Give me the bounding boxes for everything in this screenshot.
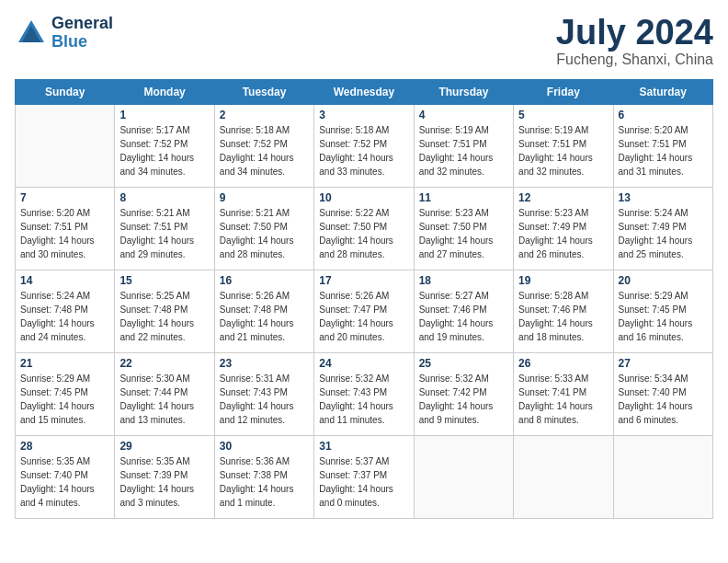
day-cell: 5Sunrise: 5:19 AM Sunset: 7:51 PM Daylig… [514,105,613,188]
day-cell: 30Sunrise: 5:36 AM Sunset: 7:38 PM Dayli… [214,436,313,519]
day-number: 27 [619,357,708,370]
day-cell: 15Sunrise: 5:25 AM Sunset: 7:48 PM Dayli… [115,270,214,353]
logo-blue-text: Blue [51,33,113,52]
day-cell: 26Sunrise: 5:33 AM Sunset: 7:41 PM Dayli… [514,353,613,436]
day-number: 18 [419,274,508,287]
day-cell: 21Sunrise: 5:29 AM Sunset: 7:45 PM Dayli… [16,353,115,436]
day-number: 12 [518,191,608,204]
day-info: Sunrise: 5:20 AM Sunset: 7:51 PM Dayligh… [619,123,708,178]
day-cell [514,436,613,519]
day-header-sunday: Sunday [16,80,115,105]
day-info: Sunrise: 5:17 AM Sunset: 7:52 PM Dayligh… [119,123,209,178]
day-number: 20 [619,274,708,287]
day-cell: 1Sunrise: 5:17 AM Sunset: 7:52 PM Daylig… [115,105,214,188]
day-cell: 27Sunrise: 5:34 AM Sunset: 7:40 PM Dayli… [613,353,712,436]
day-info: Sunrise: 5:19 AM Sunset: 7:51 PM Dayligh… [419,123,508,178]
day-info: Sunrise: 5:20 AM Sunset: 7:51 PM Dayligh… [20,206,109,261]
week-row-1: 1Sunrise: 5:17 AM Sunset: 7:52 PM Daylig… [16,105,713,188]
day-cell: 13Sunrise: 5:24 AM Sunset: 7:49 PM Dayli… [613,188,712,270]
day-number: 26 [518,357,608,370]
day-number: 15 [119,274,209,287]
day-cell: 25Sunrise: 5:32 AM Sunset: 7:42 PM Dayli… [414,353,513,436]
day-cell: 28Sunrise: 5:35 AM Sunset: 7:40 PM Dayli… [16,436,115,519]
day-cell: 18Sunrise: 5:27 AM Sunset: 7:46 PM Dayli… [414,270,513,353]
day-number: 28 [20,440,109,453]
day-cell: 29Sunrise: 5:35 AM Sunset: 7:39 PM Dayli… [115,436,214,519]
week-row-2: 7Sunrise: 5:20 AM Sunset: 7:51 PM Daylig… [16,188,713,270]
day-number: 9 [220,191,309,204]
day-cell: 8Sunrise: 5:21 AM Sunset: 7:51 PM Daylig… [115,188,214,270]
month-title: July 2024 [556,15,713,50]
day-info: Sunrise: 5:37 AM Sunset: 7:37 PM Dayligh… [319,454,408,510]
day-header-monday: Monday [115,80,214,105]
day-info: Sunrise: 5:29 AM Sunset: 7:45 PM Dayligh… [20,372,109,427]
day-number: 8 [119,191,209,204]
day-header-wednesday: Wednesday [314,80,414,105]
day-header-friday: Friday [514,80,613,105]
day-info: Sunrise: 5:26 AM Sunset: 7:47 PM Dayligh… [319,289,408,344]
day-number: 30 [220,440,309,453]
day-cell: 17Sunrise: 5:26 AM Sunset: 7:47 PM Dayli… [314,270,414,353]
day-cell: 3Sunrise: 5:18 AM Sunset: 7:52 PM Daylig… [314,105,414,188]
day-number: 7 [20,191,109,204]
day-info: Sunrise: 5:32 AM Sunset: 7:43 PM Dayligh… [319,372,408,427]
day-cell: 2Sunrise: 5:18 AM Sunset: 7:52 PM Daylig… [214,105,313,188]
week-row-4: 21Sunrise: 5:29 AM Sunset: 7:45 PM Dayli… [16,353,713,436]
day-number: 31 [319,440,408,453]
day-cell: 16Sunrise: 5:26 AM Sunset: 7:48 PM Dayli… [214,270,313,353]
day-header-tuesday: Tuesday [214,80,313,105]
day-cell: 7Sunrise: 5:20 AM Sunset: 7:51 PM Daylig… [16,188,115,270]
day-number: 11 [419,191,508,204]
page-header: General Blue July 2024 Fucheng, Shanxi, … [15,15,713,68]
day-info: Sunrise: 5:22 AM Sunset: 7:50 PM Dayligh… [319,206,408,261]
day-number: 19 [518,274,608,287]
day-number: 22 [119,357,209,370]
day-number: 21 [20,357,109,370]
logo-general-text: General [51,15,113,33]
day-info: Sunrise: 5:31 AM Sunset: 7:43 PM Dayligh… [220,372,309,427]
day-info: Sunrise: 5:27 AM Sunset: 7:46 PM Dayligh… [419,289,508,344]
week-row-5: 28Sunrise: 5:35 AM Sunset: 7:40 PM Dayli… [16,436,713,519]
day-cell: 22Sunrise: 5:30 AM Sunset: 7:44 PM Dayli… [115,353,214,436]
days-header-row: SundayMondayTuesdayWednesdayThursdayFrid… [16,80,713,105]
day-cell [414,436,513,519]
day-info: Sunrise: 5:32 AM Sunset: 7:42 PM Dayligh… [419,372,508,427]
day-info: Sunrise: 5:36 AM Sunset: 7:38 PM Dayligh… [220,454,309,510]
day-cell [16,105,115,188]
day-cell: 6Sunrise: 5:20 AM Sunset: 7:51 PM Daylig… [613,105,712,188]
day-header-thursday: Thursday [414,80,513,105]
day-cell: 14Sunrise: 5:24 AM Sunset: 7:48 PM Dayli… [16,270,115,353]
day-info: Sunrise: 5:25 AM Sunset: 7:48 PM Dayligh… [119,289,209,344]
logo: General Blue [15,15,113,52]
day-cell: 31Sunrise: 5:37 AM Sunset: 7:37 PM Dayli… [314,436,414,519]
day-cell [613,436,712,519]
day-info: Sunrise: 5:30 AM Sunset: 7:44 PM Dayligh… [119,372,209,427]
day-cell: 9Sunrise: 5:21 AM Sunset: 7:50 PM Daylig… [214,188,313,270]
day-info: Sunrise: 5:35 AM Sunset: 7:40 PM Dayligh… [20,454,109,510]
day-info: Sunrise: 5:34 AM Sunset: 7:40 PM Dayligh… [619,372,708,427]
day-info: Sunrise: 5:19 AM Sunset: 7:51 PM Dayligh… [518,123,608,178]
calendar-table: SundayMondayTuesdayWednesdayThursdayFrid… [15,79,713,519]
day-info: Sunrise: 5:33 AM Sunset: 7:41 PM Dayligh… [518,372,608,427]
day-cell: 11Sunrise: 5:23 AM Sunset: 7:50 PM Dayli… [414,188,513,270]
day-info: Sunrise: 5:23 AM Sunset: 7:50 PM Dayligh… [419,206,508,261]
day-number: 17 [319,274,408,287]
day-number: 3 [319,109,408,121]
day-number: 14 [20,274,109,287]
day-cell: 20Sunrise: 5:29 AM Sunset: 7:45 PM Dayli… [613,270,712,353]
logo-icon [15,17,48,50]
day-info: Sunrise: 5:21 AM Sunset: 7:50 PM Dayligh… [220,206,309,261]
day-info: Sunrise: 5:35 AM Sunset: 7:39 PM Dayligh… [119,454,209,510]
day-number: 5 [518,109,608,121]
title-area: July 2024 Fucheng, Shanxi, China [556,15,713,68]
day-number: 2 [220,109,309,121]
day-cell: 23Sunrise: 5:31 AM Sunset: 7:43 PM Dayli… [214,353,313,436]
day-cell: 4Sunrise: 5:19 AM Sunset: 7:51 PM Daylig… [414,105,513,188]
day-cell: 12Sunrise: 5:23 AM Sunset: 7:49 PM Dayli… [514,188,613,270]
day-info: Sunrise: 5:24 AM Sunset: 7:48 PM Dayligh… [20,289,109,344]
day-info: Sunrise: 5:21 AM Sunset: 7:51 PM Dayligh… [119,206,209,261]
day-info: Sunrise: 5:29 AM Sunset: 7:45 PM Dayligh… [619,289,708,344]
day-number: 24 [319,357,408,370]
day-number: 1 [119,109,209,121]
day-info: Sunrise: 5:23 AM Sunset: 7:49 PM Dayligh… [518,206,608,261]
